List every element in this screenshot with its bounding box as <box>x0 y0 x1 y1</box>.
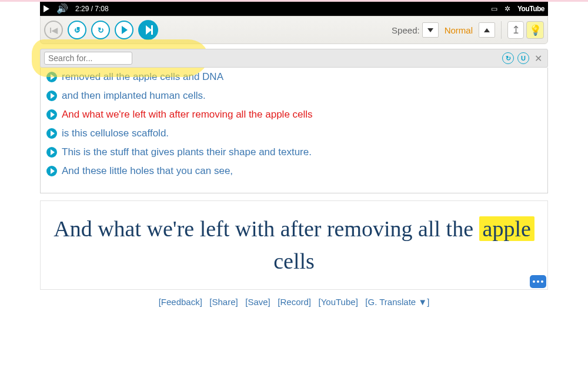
gtranslate-link[interactable]: [G. Translate ▼] <box>365 297 429 307</box>
caption-post: cells <box>273 249 315 273</box>
transcript-text[interactable]: is this cellulose scaffold. <box>62 128 169 139</box>
volume-icon[interactable]: 🔊 <box>56 4 68 14</box>
caption-pre: And what we're left with after removing … <box>54 216 479 241</box>
playback-control-bar: I◀ -5↺-5 ↻ Speed: Normal ↥ 💡 <box>40 16 548 44</box>
transcript-text[interactable]: And what we're left with after removing … <box>62 109 313 121</box>
close-search-button[interactable]: ✕ <box>533 53 544 64</box>
speed-value: Normal <box>441 25 476 35</box>
youtube-link[interactable]: [YouTube] <box>319 297 358 307</box>
transcript-text[interactable]: and then implanted human cells. <box>62 90 206 102</box>
video-player-bar: 🔊 2:29 / 7:08 ▭ ✲ YouTube <box>40 2 548 16</box>
save-link[interactable]: [Save] <box>245 297 270 307</box>
speed-label: Speed: <box>392 25 420 35</box>
loop-toggle-button[interactable]: ↻ <box>502 52 514 64</box>
line-play-icon[interactable] <box>46 109 57 120</box>
cc-icon[interactable]: ▭ <box>491 5 497 13</box>
speed-down-button[interactable] <box>422 22 439 38</box>
search-input[interactable] <box>44 52 132 65</box>
transcript-row[interactable]: And these little holes that you can see, <box>41 162 547 180</box>
divider <box>501 21 502 39</box>
hint-bulb-button[interactable]: 💡 <box>526 21 544 39</box>
caption-line: And what we're left with after removing … <box>51 213 537 277</box>
caption-highlight-word[interactable]: apple <box>479 216 534 241</box>
repeat-button[interactable]: ↻ <box>91 21 110 39</box>
line-play-icon[interactable] <box>46 128 57 139</box>
transcript-text[interactable]: This is the stuff that gives plants thei… <box>62 146 312 158</box>
transcript-row[interactable]: removed all the apple cells and DNA <box>41 68 547 86</box>
line-play-icon[interactable] <box>46 72 57 82</box>
share-link[interactable]: [Share] <box>209 297 238 307</box>
line-play-icon[interactable] <box>46 91 57 101</box>
transcript-text[interactable]: removed all the apple cells and DNA <box>62 71 223 83</box>
speed-up-button[interactable] <box>479 22 495 38</box>
line-play-icon[interactable] <box>46 147 57 158</box>
record-link[interactable]: [Record] <box>278 297 311 307</box>
scroll-top-button[interactable]: ↥ <box>507 21 524 39</box>
settings-gear-icon[interactable]: ✲ <box>505 5 510 13</box>
transcript-row[interactable]: And what we're left with after removing … <box>41 105 547 124</box>
video-play-icon[interactable] <box>44 5 49 12</box>
transcript-row[interactable]: This is the stuff that gives plants thei… <box>41 143 547 162</box>
current-caption-panel: And what we're left with after removing … <box>40 200 548 290</box>
next-line-button[interactable] <box>138 20 158 40</box>
u-toggle-button[interactable]: U <box>517 52 529 64</box>
rewind-5-button[interactable]: -5↺-5 <box>68 21 86 39</box>
transcript-panel[interactable]: removed all the apple cells and DNAand t… <box>40 68 548 193</box>
transcript-row[interactable]: and then implanted human cells. <box>41 86 547 105</box>
feedback-link[interactable]: [Feedback] <box>159 297 202 307</box>
prev-line-button[interactable]: I◀ <box>44 21 63 39</box>
play-button[interactable] <box>115 21 133 39</box>
footer-links: [Feedback] [Share] [Save] [Record] [YouT… <box>0 290 588 321</box>
transcript-row[interactable]: is this cellulose scaffold. <box>41 124 547 143</box>
chat-bubble-button[interactable] <box>530 275 546 288</box>
youtube-logo[interactable]: YouTube <box>517 5 544 13</box>
video-time: 2:29 / 7:08 <box>75 5 109 13</box>
line-play-icon[interactable] <box>46 166 57 176</box>
search-row: ↻ U ✕ <box>40 49 548 68</box>
transcript-text[interactable]: And these little holes that you can see, <box>62 165 233 177</box>
